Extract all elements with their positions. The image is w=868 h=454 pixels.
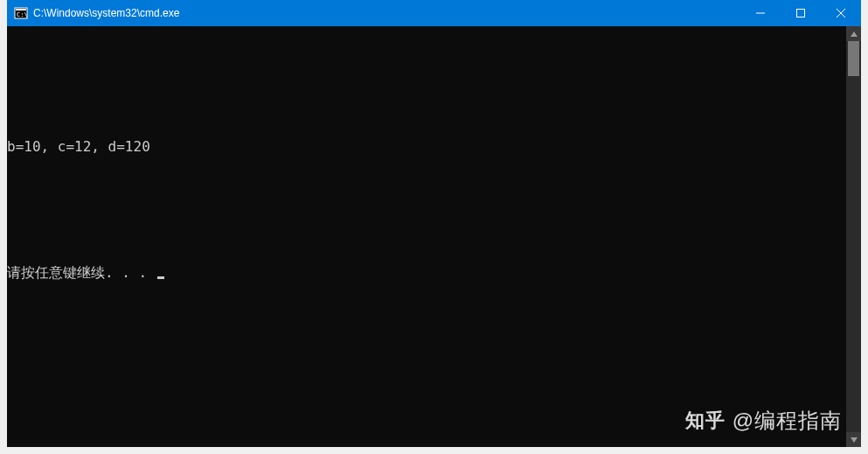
minimize-button[interactable]: [740, 0, 781, 26]
close-button[interactable]: [821, 0, 861, 26]
prompt-text: 请按任意键继续. . .: [7, 264, 156, 281]
window-title: C:\Windows\system32\cmd.exe: [33, 7, 179, 19]
terminal-line: [7, 199, 846, 220]
terminal-line: [7, 73, 846, 94]
maximize-button[interactable]: [781, 0, 821, 26]
scroll-up-arrow-icon[interactable]: [846, 26, 861, 41]
client-area: b=10, c=12, d=120 请按任意键继续. . . 知乎 @编程指南: [7, 26, 861, 447]
titlebar[interactable]: C:\ C:\Windows\system32\cmd.exe: [7, 0, 861, 26]
cmd-icon: C:\: [14, 6, 28, 20]
terminal-line: 请按任意键继续. . .: [7, 262, 846, 283]
text-cursor: [157, 276, 164, 279]
svg-marker-8: [851, 437, 858, 443]
vertical-scrollbar[interactable]: [846, 26, 861, 447]
svg-rect-1: [16, 9, 26, 10]
svg-text:C:\: C:\: [17, 11, 28, 18]
scroll-thumb[interactable]: [848, 41, 859, 76]
svg-marker-7: [851, 31, 858, 37]
terminal-output[interactable]: b=10, c=12, d=120 请按任意键继续. . .: [7, 26, 846, 447]
cmd-window: C:\ C:\Windows\system32\cmd.exe b=10, c=…: [7, 0, 861, 447]
svg-rect-4: [797, 10, 805, 17]
scroll-track[interactable]: [846, 41, 861, 432]
terminal-line: b=10, c=12, d=120: [7, 136, 846, 157]
scroll-down-arrow-icon[interactable]: [846, 432, 861, 447]
